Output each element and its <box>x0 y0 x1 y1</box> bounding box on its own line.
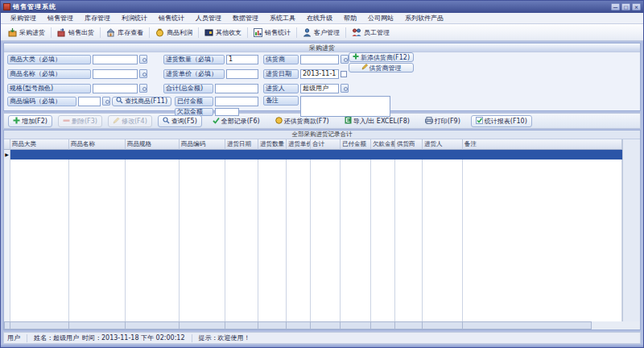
col-header-paid[interactable]: 已付金额 <box>341 139 371 150</box>
col-header-supplier[interactable]: 供货商 <box>395 139 423 150</box>
printer-icon <box>425 117 433 126</box>
grid-totals-row <box>4 321 640 329</box>
toolbar-separator <box>247 27 248 38</box>
paid-amount-input[interactable] <box>215 97 258 106</box>
print-button[interactable]: 打印(F9) <box>420 115 465 127</box>
grid-right-filler <box>622 150 640 160</box>
maximize-button[interactable]: □ <box>621 3 630 10</box>
unit-price-input[interactable] <box>226 69 258 79</box>
col-header-buyer[interactable]: 进货人 <box>423 139 463 150</box>
records-grid-title: 全部采购进货记录合计 <box>4 130 640 139</box>
spec-dropdown-icon[interactable] <box>139 84 147 93</box>
toolbar-product-profit[interactable]: 商品利润 <box>151 27 197 39</box>
toolbar-separator <box>149 27 150 38</box>
minimize-button[interactable]: — <box>611 3 620 10</box>
other-income-icon <box>204 28 213 37</box>
plus-icon <box>353 53 359 61</box>
note-input[interactable] <box>300 96 390 117</box>
total-amount-input[interactable] <box>215 84 258 93</box>
report-button[interactable]: 统计报表(F10) <box>471 115 532 127</box>
col-header-date[interactable]: 进货日期 <box>225 139 258 150</box>
app-window: 销售管理系统 — □ × 采购管理 销售管理 库存管理 利润统计 销售统计 人员… <box>0 0 644 348</box>
menu-item-personnel[interactable]: 人员管理 <box>190 13 227 23</box>
sales-out-icon <box>57 28 66 37</box>
product-name-dropdown-icon[interactable] <box>139 69 147 78</box>
product-code-input[interactable] <box>78 97 101 106</box>
employee-icon <box>352 28 361 37</box>
unit-price-label: 进货单价（必填） <box>163 69 225 79</box>
menu-item-data[interactable]: 数据管理 <box>227 13 264 23</box>
app-icon <box>3 3 10 10</box>
status-user-name: 姓名：超级用户 <box>34 334 79 342</box>
quantity-input[interactable] <box>226 55 258 64</box>
col-header-note[interactable]: 备注 <box>463 139 622 150</box>
plus-icon <box>13 117 20 126</box>
menu-item-website[interactable]: 公司网站 <box>362 13 399 23</box>
inventory-view-icon <box>106 28 115 37</box>
menu-item-upgrade[interactable]: 在线升级 <box>301 13 338 23</box>
toolbar-inventory-view[interactable]: 库存查看 <box>101 27 148 39</box>
total-amount-label: 合计(总金额) <box>163 84 213 93</box>
product-name-label: 商品名称（必填） <box>7 69 91 79</box>
supplier-dropdown-icon[interactable] <box>341 55 349 64</box>
selected-row[interactable]: ▶ <box>4 150 640 160</box>
toolbar-customer-mgmt[interactable]: 客户管理 <box>298 27 345 39</box>
spec-input[interactable] <box>93 84 138 93</box>
debt-amount-input[interactable] <box>215 108 239 116</box>
col-header-unit-price[interactable]: 进货单价 <box>287 139 311 150</box>
menu-bar: 采购管理 销售管理 库存管理 利润统计 销售统计 人员管理 数据管理 系统工具 … <box>1 13 643 24</box>
all-records-button[interactable]: 全部记录(F6) <box>208 115 265 127</box>
toolbar-sales-stats[interactable]: 销售统计 <box>249 27 295 39</box>
supplier-input[interactable] <box>300 55 339 64</box>
close-button[interactable]: × <box>632 3 641 10</box>
add-button[interactable]: 增加(F2) <box>8 115 52 127</box>
add-supplier-button[interactable]: 新添供货商(F12) <box>349 52 414 62</box>
category-input[interactable] <box>93 55 138 64</box>
col-header-spec[interactable]: 商品规格 <box>126 139 180 150</box>
col-header-total[interactable]: 合计 <box>311 139 341 150</box>
find-product-button[interactable]: 查找商品(F11) <box>112 97 171 106</box>
quantity-label: 进货数量（必填） <box>163 55 225 64</box>
product-name-input[interactable] <box>93 69 138 79</box>
purchase-panel: 采购进货 商品大类（必填） 商品名称（必填） 规格(型号颜色) 商品编码（必填） <box>3 43 641 111</box>
toolbar-separator <box>51 27 52 38</box>
toolbar-purchase-in[interactable]: 采购进货 <box>3 27 50 39</box>
toolbar-employee-mgmt[interactable]: 员工管理 <box>347 27 394 39</box>
col-header-debt[interactable]: 欠款金额 <box>371 139 395 150</box>
menu-item-help[interactable]: 帮助 <box>338 13 362 23</box>
col-header-quantity[interactable]: 进货数量 <box>258 139 287 150</box>
toolbar-sales-out[interactable]: 销售出货 <box>52 27 99 39</box>
menu-item-sales[interactable]: 销售管理 <box>42 13 79 23</box>
menu-item-purchase[interactable]: 采购管理 <box>5 13 42 23</box>
status-separator <box>27 334 27 342</box>
minus-icon <box>63 117 70 126</box>
grid-right-filler <box>622 139 640 150</box>
product-code-dropdown-icon[interactable] <box>102 97 110 106</box>
buyer-dropdown-icon[interactable] <box>341 84 349 93</box>
purchase-date-label: 进货日期 <box>263 69 299 79</box>
menu-item-inventory[interactable]: 库存管理 <box>79 13 116 23</box>
manage-supplier-button[interactable]: 供货商管理 <box>349 63 414 72</box>
sales-stats-icon <box>254 28 262 37</box>
menu-item-products[interactable]: 系列软件产品 <box>399 13 449 23</box>
menu-item-sales-stats[interactable]: 销售统计 <box>153 13 190 23</box>
toolbar-separator <box>296 27 297 38</box>
toolbar-other-income[interactable]: 其他收支 <box>200 27 246 39</box>
category-dropdown-icon[interactable] <box>139 55 147 64</box>
menu-item-profit[interactable]: 利润统计 <box>116 13 153 23</box>
purchase-panel-title: 采购进货 <box>4 44 640 52</box>
pencil-icon <box>113 117 120 126</box>
date-checkbox[interactable] <box>341 71 347 77</box>
window-bottom-edge <box>1 344 643 347</box>
col-header-name[interactable]: 商品名称 <box>69 139 126 150</box>
query-button[interactable]: 查询(F5) <box>158 115 202 127</box>
coin-icon <box>275 117 283 126</box>
buyer-input[interactable] <box>300 84 339 93</box>
col-header-category[interactable]: 商品大类 <box>10 139 69 150</box>
col-header-code[interactable]: 商品编码 <box>180 139 225 150</box>
purchase-date-input[interactable] <box>300 69 339 79</box>
menu-item-system-tools[interactable]: 系统工具 <box>264 13 301 23</box>
grid-body[interactable] <box>4 160 640 321</box>
row-selector-column <box>4 160 10 321</box>
status-separator <box>192 334 192 342</box>
